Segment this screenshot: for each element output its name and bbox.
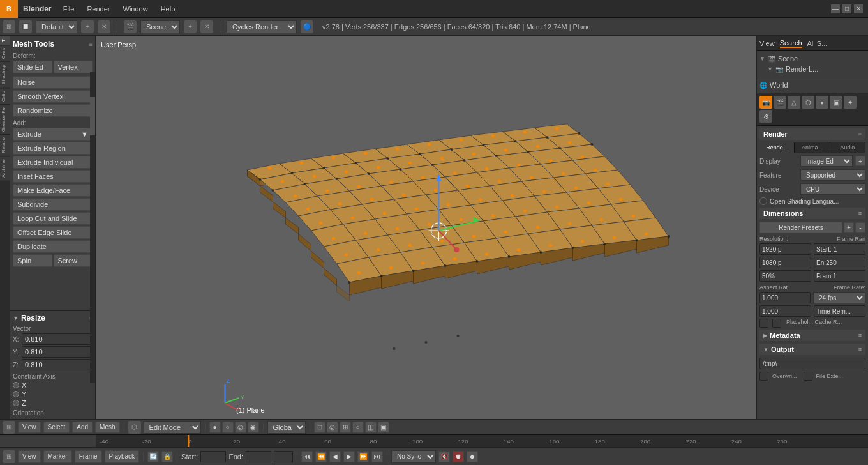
overlay-icon[interactable]: ▣ — [378, 422, 389, 433]
resize-collapse-icon[interactable]: ▼ — [13, 315, 19, 321]
x-input[interactable]: 0.810 — [22, 333, 93, 345]
placeholder-checkbox1[interactable] — [760, 319, 768, 328]
close-button[interactable]: ✕ — [854, 4, 863, 13]
current-frame-input[interactable]: 1 — [274, 451, 293, 462]
marker-btn[interactable]: Marker — [43, 450, 72, 463]
playback-btn-label[interactable]: Playback — [105, 450, 140, 463]
audio-mute-btn[interactable]: 🔇 — [438, 451, 450, 462]
offset-edge-button[interactable]: Offset Edge Slide — [13, 226, 93, 239]
shading-solid-icon[interactable]: ● — [209, 422, 221, 433]
placeholder-checkbox2[interactable] — [772, 319, 781, 328]
open-shading-checkbox[interactable] — [760, 197, 767, 205]
mesh-btn[interactable]: Mesh — [95, 422, 119, 433]
screw-button[interactable]: Screw — [54, 254, 93, 267]
shading-render-icon[interactable]: ◉ — [248, 422, 259, 433]
output-options[interactable]: ≡ — [858, 346, 862, 353]
tools-panel-collapse[interactable]: ≡ — [89, 41, 93, 48]
mirror-icon[interactable]: ⊞ — [340, 422, 351, 433]
world-item[interactable]: 🌐 World — [760, 80, 865, 90]
end-frame-input[interactable]: En:250 — [814, 257, 865, 268]
scene-select[interactable]: Scene — [140, 20, 180, 33]
output-section-header[interactable]: ▼ Output ≡ — [760, 344, 865, 355]
presets-add-btn[interactable]: + — [844, 222, 854, 232]
overwrite-checkbox[interactable] — [760, 372, 768, 381]
select-btn[interactable]: Select — [43, 422, 70, 433]
y-input[interactable]: 0.810 — [22, 346, 93, 358]
prop-icon-texture[interactable]: ▣ — [830, 96, 842, 109]
frame-btn[interactable]: Frame — [75, 450, 102, 463]
engine-select[interactable]: Cycles Render — [227, 20, 297, 33]
constraint-y-radio[interactable] — [13, 391, 19, 397]
start-frame-input[interactable]: 1 — [200, 451, 226, 462]
output-path-input[interactable]: /tmp\ — [760, 358, 865, 369]
snap-icon[interactable]: ⊡ — [314, 422, 326, 433]
extrude-dropdown-button[interactable]: Extrude ▼ — [13, 128, 93, 141]
play-btn[interactable]: ▶ — [343, 451, 355, 462]
spin-button[interactable]: Spin — [13, 254, 52, 267]
metadata-options[interactable]: ≡ — [858, 332, 862, 339]
display-select[interactable]: Image Ed — [800, 155, 853, 167]
constraint-x-radio[interactable] — [13, 382, 19, 388]
frame-rate-select[interactable]: 24 fps — [813, 292, 865, 303]
onion-icon[interactable]: ○ — [352, 422, 364, 433]
aspect-y-input[interactable]: 1.000 — [760, 305, 811, 317]
inset-faces-button[interactable]: Inset Faces — [13, 170, 93, 183]
proportional-icon[interactable]: ◎ — [327, 422, 338, 433]
aspect-x-input[interactable]: 1.000 — [760, 292, 811, 303]
workspace-select[interactable]: Default — [36, 20, 77, 33]
jump-end-btn[interactable]: ⏭ — [371, 451, 383, 462]
feature-select[interactable]: Supported — [800, 169, 865, 181]
play-reverse-btn[interactable]: ◀ — [329, 451, 341, 462]
prop-icon-particles[interactable]: ✦ — [844, 96, 857, 109]
start-frame-input[interactable]: Start: 1 — [814, 243, 865, 255]
sidebar-tab-shading[interactable]: Shading/ — [0, 61, 10, 88]
duplicate-button[interactable]: Duplicate — [13, 240, 93, 253]
prop-icon-scene[interactable]: 🎬 — [774, 96, 786, 109]
shading-material-icon[interactable]: ◎ — [235, 422, 246, 433]
render-presets-button[interactable]: Render Presets — [760, 222, 842, 233]
menu-window[interactable]: Window — [117, 3, 154, 15]
render-tab-anim[interactable]: Anima... — [795, 142, 830, 153]
prop-icon-object[interactable]: △ — [788, 96, 800, 109]
viewport[interactable]: User Persp — [96, 36, 756, 419]
add-btn[interactable]: Add — [72, 422, 93, 433]
maximize-button[interactable]: □ — [842, 4, 851, 13]
all-tab[interactable]: All S... — [807, 40, 828, 47]
resolution-y-input[interactable]: 1080 p — [760, 257, 811, 268]
extrude-region-button[interactable]: Extrude Region — [13, 142, 93, 155]
render-tab-audio[interactable]: Audio — [830, 142, 865, 153]
sidebar-tab-ortio[interactable]: Ortio — [0, 88, 10, 104]
prop-icon-mesh[interactable]: ⬡ — [802, 96, 814, 109]
record-marker-btn[interactable]: ◆ — [467, 451, 478, 462]
menu-render[interactable]: Render — [80, 3, 116, 15]
prop-icon-material[interactable]: ● — [816, 96, 828, 109]
timeline-lock-icon[interactable]: 🔒 — [161, 451, 173, 462]
resolution-pct-input[interactable]: 50% — [760, 270, 811, 282]
header-scene-plus[interactable]: + — [184, 20, 197, 33]
make-edge-face-button[interactable]: Make Edge/Face — [13, 184, 93, 197]
header-plus-icon[interactable]: + — [81, 20, 94, 33]
smooth-vertex-button[interactable]: Smooth Vertex — [13, 90, 93, 103]
prop-icon-render[interactable]: 📷 — [760, 96, 772, 109]
scene-tree-item[interactable]: ▼ 🎬 Scene — [760, 54, 865, 64]
frame-step-input[interactable]: Fram:1 — [814, 270, 865, 282]
subdivide-button[interactable]: Subdivide — [13, 198, 93, 211]
render-section-options[interactable]: ≡ — [858, 131, 862, 137]
sidebar-tab-create[interactable]: Crea — [0, 45, 10, 61]
z-input[interactable]: 0.810 — [22, 359, 93, 370]
sidebar-tab-archime[interactable]: Archime — [0, 156, 10, 180]
mode-select[interactable]: Edit Mode — [144, 421, 201, 434]
end-frame-input[interactable]: 250 — [246, 451, 271, 462]
sidebar-tab-grease[interactable]: Grease Pe — [0, 104, 10, 134]
next-frame-btn[interactable]: ⏩ — [357, 451, 369, 462]
view-bottom-btn[interactable]: View — [18, 450, 41, 463]
header-scene-x[interactable]: ✕ — [200, 20, 213, 33]
loop-cut-button[interactable]: Loop Cut and Slide — [13, 212, 93, 225]
shading-wire-icon[interactable]: ○ — [222, 422, 234, 433]
noise-button[interactable]: Noise — [13, 76, 93, 89]
view-btn[interactable]: View — [18, 422, 41, 433]
sidebar-tab-tools[interactable]: T — [0, 36, 10, 45]
record-btn[interactable]: ⏺ — [453, 451, 464, 462]
render-tab-render[interactable]: Rende... — [760, 142, 795, 153]
dimensions-section-options[interactable]: ≡ — [858, 210, 862, 217]
